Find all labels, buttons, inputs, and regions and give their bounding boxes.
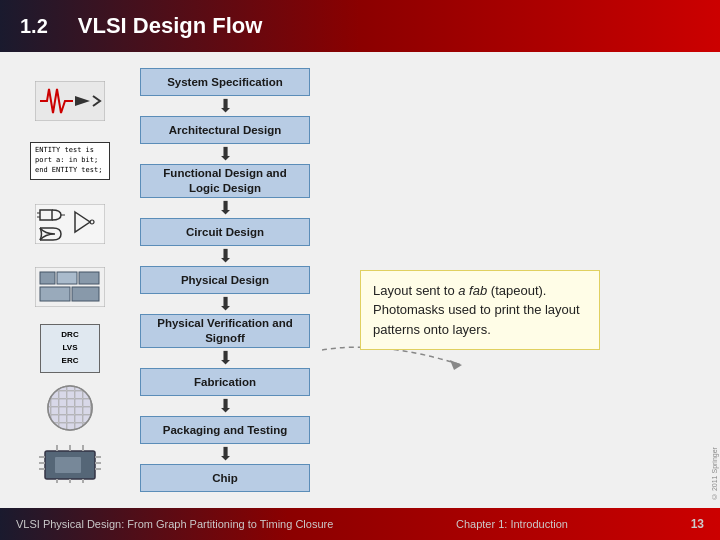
arrow-2: ⬇ [218, 145, 233, 163]
slide-title: VLSI Design Flow [78, 13, 263, 39]
gates-icon-block [25, 199, 115, 249]
step-functional-logic: Functional Design and Logic Design [140, 164, 310, 198]
step-architectural: Architectural Design [140, 116, 310, 144]
wafer-icon-block [25, 383, 115, 433]
step-circuit: Circuit Design [140, 218, 310, 246]
icons-column: ENTITY test is port a: in bit; end ENTIT… [20, 68, 120, 492]
arrow-8: ⬇ [218, 445, 233, 463]
svg-rect-11 [57, 272, 77, 284]
chip-layout-icon [35, 267, 105, 307]
svg-marker-33 [450, 360, 462, 370]
main-content: ENTITY test is port a: in bit; end ENTIT… [0, 52, 720, 508]
step-system-spec: System Specification [140, 68, 310, 96]
waveform-icon [35, 81, 105, 121]
arrow-7: ⬇ [218, 397, 233, 415]
slide: 1.2 VLSI Design Flow ENTITY test is port… [0, 0, 720, 540]
copyright-text: © 2011 Springer [711, 70, 718, 500]
slide-footer: VLSI Physical Design: From Graph Partiti… [0, 508, 720, 540]
svg-rect-13 [40, 287, 70, 301]
entity-icon-block: ENTITY test is port a: in bit; end ENTIT… [25, 136, 115, 186]
arrow-5: ⬇ [218, 295, 233, 313]
entity-code-icon: ENTITY test is port a: in bit; end ENTIT… [30, 142, 110, 179]
step-packaging: Packaging and Testing [140, 416, 310, 444]
step-physical: Physical Design [140, 266, 310, 294]
svg-rect-10 [40, 272, 55, 284]
waveform-icon-block [25, 76, 115, 126]
arrow-6: ⬇ [218, 349, 233, 367]
svg-rect-14 [72, 287, 99, 301]
footer-left-text: VLSI Physical Design: From Graph Partiti… [16, 518, 333, 530]
slide-header: 1.2 VLSI Design Flow [0, 0, 720, 52]
arrow-1: ⬇ [218, 97, 233, 115]
drc-lvs-erc-icon: DRCLVSERC [40, 324, 100, 372]
step-fabrication: Fabrication [140, 368, 310, 396]
arrow-3: ⬇ [218, 199, 233, 217]
step-chip: Chip [140, 464, 310, 492]
package-icon-block [25, 438, 115, 488]
arrow-4: ⬇ [218, 247, 233, 265]
footer-page-number: 13 [691, 517, 704, 531]
step-verification: Physical Verification and Signoff [140, 314, 310, 348]
svg-point-16 [48, 386, 92, 430]
logic-gates-icon [35, 204, 105, 244]
drc-icon-block: DRCLVSERC [25, 323, 115, 373]
wafer-icon [35, 383, 105, 433]
slide-number: 1.2 [20, 15, 48, 38]
annotation-area: Layout sent to a fab (tapeout). Photomas… [330, 68, 700, 492]
footer-mid-text: Chapter 1: Introduction [456, 518, 568, 530]
italic-text: a fab [458, 283, 487, 298]
annotation-box: Layout sent to a fab (tapeout). Photomas… [360, 270, 600, 351]
svg-rect-32 [55, 457, 81, 473]
svg-rect-12 [79, 272, 99, 284]
flow-column: System Specification ⬇ Architectural Des… [130, 68, 320, 492]
layout-icon-block [25, 262, 115, 312]
chip-package-icon [35, 443, 105, 483]
